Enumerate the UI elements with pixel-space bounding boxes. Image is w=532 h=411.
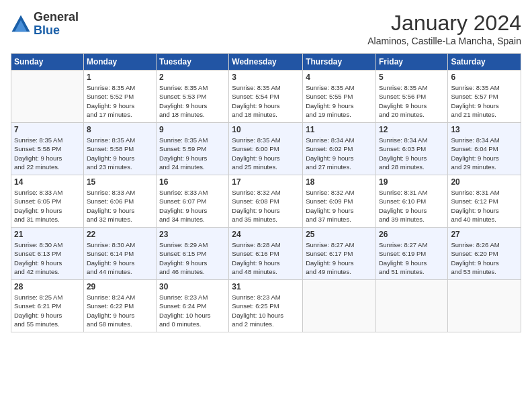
day-number: 28 (14, 282, 81, 291)
calendar-cell: 14Sunrise: 8:33 AM Sunset: 6:05 PM Dayli… (11, 175, 84, 228)
day-number: 18 (306, 177, 373, 187)
day-number: 25 (306, 230, 373, 239)
header: General Blue January 2024 Alaminos, Cast… (11, 11, 521, 46)
day-info: Sunrise: 8:31 AM Sunset: 6:12 PM Dayligh… (451, 188, 518, 224)
day-number: 3 (232, 73, 300, 82)
day-number: 29 (87, 282, 153, 291)
day-number: 4 (306, 73, 373, 82)
calendar-cell: 19Sunrise: 8:31 AM Sunset: 6:10 PM Dayli… (375, 175, 447, 228)
day-number: 22 (87, 230, 153, 239)
logo-icon (11, 14, 31, 34)
day-number: 19 (379, 177, 445, 187)
day-number: 10 (232, 125, 300, 134)
calendar-cell: 7Sunrise: 8:35 AM Sunset: 5:58 PM Daylig… (11, 123, 84, 175)
day-header: Tuesday (157, 54, 229, 71)
day-number: 16 (159, 177, 226, 187)
day-number: 30 (159, 282, 226, 291)
day-number: 14 (14, 177, 81, 187)
day-info: Sunrise: 8:29 AM Sunset: 6:15 PM Dayligh… (159, 240, 226, 276)
day-info: Sunrise: 8:28 AM Sunset: 6:16 PM Dayligh… (232, 240, 300, 276)
calendar-cell: 28Sunrise: 8:25 AM Sunset: 6:21 PM Dayli… (11, 280, 84, 332)
day-info: Sunrise: 8:35 AM Sunset: 5:58 PM Dayligh… (14, 136, 81, 171)
day-info: Sunrise: 8:35 AM Sunset: 5:59 PM Dayligh… (159, 136, 226, 171)
calendar-cell: 26Sunrise: 8:27 AM Sunset: 6:19 PM Dayli… (375, 228, 447, 280)
day-header: Saturday (448, 54, 521, 71)
day-info: Sunrise: 8:24 AM Sunset: 6:22 PM Dayligh… (87, 293, 153, 328)
day-number: 27 (451, 230, 518, 239)
day-info: Sunrise: 8:33 AM Sunset: 6:06 PM Dayligh… (87, 188, 153, 224)
day-info: Sunrise: 8:35 AM Sunset: 5:52 PM Dayligh… (87, 83, 153, 119)
day-info: Sunrise: 8:31 AM Sunset: 6:10 PM Dayligh… (379, 188, 445, 224)
calendar-row: 7Sunrise: 8:35 AM Sunset: 5:58 PM Daylig… (11, 123, 521, 175)
day-info: Sunrise: 8:34 AM Sunset: 6:03 PM Dayligh… (379, 136, 445, 171)
header-row: SundayMondayTuesdayWednesdayThursdayFrid… (11, 54, 521, 71)
day-header: Wednesday (229, 54, 303, 71)
logo-text: General Blue (34, 11, 79, 38)
title-block: January 2024 Alaminos, Castille-La Manch… (367, 11, 521, 46)
day-number: 6 (451, 73, 518, 82)
day-info: Sunrise: 8:25 AM Sunset: 6:21 PM Dayligh… (14, 293, 81, 328)
day-info: Sunrise: 8:35 AM Sunset: 5:58 PM Dayligh… (87, 136, 153, 171)
calendar-cell: 17Sunrise: 8:32 AM Sunset: 6:08 PM Dayli… (229, 175, 303, 228)
calendar-row: 14Sunrise: 8:33 AM Sunset: 6:05 PM Dayli… (11, 175, 521, 228)
day-info: Sunrise: 8:34 AM Sunset: 6:02 PM Dayligh… (306, 136, 373, 171)
calendar-cell: 12Sunrise: 8:34 AM Sunset: 6:03 PM Dayli… (375, 123, 447, 175)
day-info: Sunrise: 8:27 AM Sunset: 6:19 PM Dayligh… (379, 240, 445, 276)
calendar-row: 28Sunrise: 8:25 AM Sunset: 6:21 PM Dayli… (11, 280, 521, 332)
calendar-cell: 16Sunrise: 8:33 AM Sunset: 6:07 PM Dayli… (157, 175, 229, 228)
calendar-cell: 27Sunrise: 8:26 AM Sunset: 6:20 PM Dayli… (448, 228, 521, 280)
calendar-cell: 13Sunrise: 8:34 AM Sunset: 6:04 PM Dayli… (448, 123, 521, 175)
day-number: 20 (451, 177, 518, 187)
calendar-cell: 2Sunrise: 8:35 AM Sunset: 5:53 PM Daylig… (157, 71, 229, 123)
day-info: Sunrise: 8:27 AM Sunset: 6:17 PM Dayligh… (306, 240, 373, 276)
calendar-row: 1Sunrise: 8:35 AM Sunset: 5:52 PM Daylig… (11, 71, 521, 123)
day-number: 1 (87, 73, 153, 82)
calendar-cell: 8Sunrise: 8:35 AM Sunset: 5:58 PM Daylig… (83, 123, 156, 175)
calendar-cell: 22Sunrise: 8:30 AM Sunset: 6:14 PM Dayli… (83, 228, 156, 280)
day-info: Sunrise: 8:35 AM Sunset: 5:53 PM Dayligh… (159, 83, 226, 119)
calendar-row: 21Sunrise: 8:30 AM Sunset: 6:13 PM Dayli… (11, 228, 521, 280)
day-info: Sunrise: 8:30 AM Sunset: 6:14 PM Dayligh… (87, 240, 153, 276)
logo-blue: Blue (34, 24, 79, 38)
calendar-cell (448, 280, 521, 332)
day-info: Sunrise: 8:26 AM Sunset: 6:20 PM Dayligh… (451, 240, 518, 276)
page: General Blue January 2024 Alaminos, Cast… (0, 0, 532, 411)
day-number: 26 (379, 230, 445, 239)
day-number: 8 (87, 125, 153, 134)
day-info: Sunrise: 8:32 AM Sunset: 6:08 PM Dayligh… (232, 188, 300, 224)
day-number: 7 (14, 125, 81, 134)
day-number: 11 (306, 125, 373, 134)
day-number: 24 (232, 230, 300, 239)
calendar-cell: 24Sunrise: 8:28 AM Sunset: 6:16 PM Dayli… (229, 228, 303, 280)
day-header: Friday (375, 54, 447, 71)
calendar-cell: 18Sunrise: 8:32 AM Sunset: 6:09 PM Dayli… (303, 175, 376, 228)
calendar-cell: 4Sunrise: 8:35 AM Sunset: 5:55 PM Daylig… (303, 71, 376, 123)
calendar-cell: 20Sunrise: 8:31 AM Sunset: 6:12 PM Dayli… (448, 175, 521, 228)
calendar-cell: 11Sunrise: 8:34 AM Sunset: 6:02 PM Dayli… (303, 123, 376, 175)
day-info: Sunrise: 8:32 AM Sunset: 6:09 PM Dayligh… (306, 188, 373, 224)
day-info: Sunrise: 8:23 AM Sunset: 6:24 PM Dayligh… (159, 293, 226, 328)
day-info: Sunrise: 8:34 AM Sunset: 6:04 PM Dayligh… (451, 136, 518, 171)
month-title: January 2024 (367, 11, 521, 36)
day-info: Sunrise: 8:33 AM Sunset: 6:07 PM Dayligh… (159, 188, 226, 224)
calendar-cell (375, 280, 447, 332)
calendar-cell: 30Sunrise: 8:23 AM Sunset: 6:24 PM Dayli… (157, 280, 229, 332)
day-info: Sunrise: 8:35 AM Sunset: 5:55 PM Dayligh… (306, 83, 373, 119)
day-number: 5 (379, 73, 445, 82)
calendar-cell: 31Sunrise: 8:23 AM Sunset: 6:25 PM Dayli… (229, 280, 303, 332)
calendar-cell (11, 71, 84, 123)
day-info: Sunrise: 8:35 AM Sunset: 5:56 PM Dayligh… (379, 83, 445, 119)
day-info: Sunrise: 8:30 AM Sunset: 6:13 PM Dayligh… (14, 240, 81, 276)
day-number: 12 (379, 125, 445, 134)
location: Alaminos, Castille-La Mancha, Spain (367, 36, 521, 46)
day-info: Sunrise: 8:35 AM Sunset: 5:57 PM Dayligh… (451, 83, 518, 119)
calendar-cell: 29Sunrise: 8:24 AM Sunset: 6:22 PM Dayli… (83, 280, 156, 332)
day-number: 23 (159, 230, 226, 239)
calendar-cell: 21Sunrise: 8:30 AM Sunset: 6:13 PM Dayli… (11, 228, 84, 280)
day-header: Thursday (303, 54, 376, 71)
calendar-cell: 6Sunrise: 8:35 AM Sunset: 5:57 PM Daylig… (448, 71, 521, 123)
day-number: 15 (87, 177, 153, 187)
calendar-cell: 3Sunrise: 8:35 AM Sunset: 5:54 PM Daylig… (229, 71, 303, 123)
day-number: 9 (159, 125, 226, 134)
calendar-cell: 10Sunrise: 8:35 AM Sunset: 6:00 PM Dayli… (229, 123, 303, 175)
